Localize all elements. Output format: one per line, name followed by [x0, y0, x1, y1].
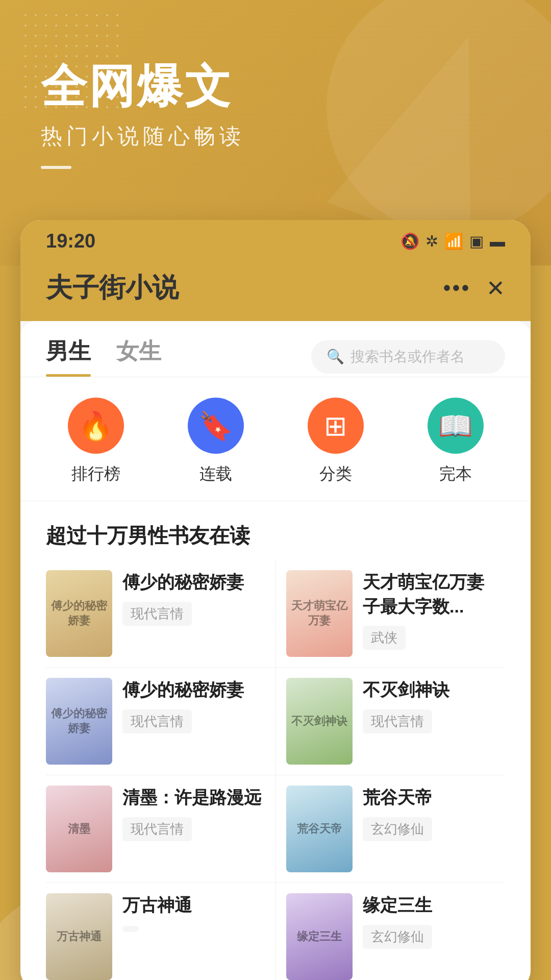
search-input[interactable]: 搜索书名或作者名: [350, 347, 465, 366]
book-item-6[interactable]: 万古神通 万古神通: [46, 883, 276, 980]
book-title-4: 清墨：许是路漫远: [122, 786, 265, 810]
book-item-2[interactable]: 傅少的秘密娇妻 傅少的秘密娇妻 现代言情: [46, 668, 276, 775]
book-info-5: 荒谷天帝 玄幻修仙: [363, 786, 495, 841]
serial-label: 连载: [199, 463, 232, 485]
hero-subtitle: 热门小说随心畅读: [41, 122, 510, 151]
search-box[interactable]: 🔍 搜索书名或作者名: [311, 340, 505, 374]
rankings-label: 排行榜: [71, 463, 120, 485]
book-genre-7: 玄幻修仙: [363, 925, 432, 949]
book-title-3: 不灭剑神诀: [363, 678, 495, 702]
book-title-2: 傅少的秘密娇妻: [122, 678, 265, 702]
book-cover-3: 不灭剑神诀: [286, 678, 353, 765]
hero-title: 全网爆文: [41, 61, 510, 112]
serial-icon: 🔖: [188, 398, 244, 454]
mute-icon: 🔕: [400, 232, 419, 250]
header-actions: ••• ✕: [443, 275, 505, 301]
category-complete[interactable]: 📖 完本: [428, 398, 484, 485]
category-rankings[interactable]: 🔥 排行榜: [68, 398, 124, 485]
book-item-3[interactable]: 不灭剑神诀 不灭剑神诀 现代言情: [276, 668, 505, 775]
book-cover-2: 傅少的秘密娇妻: [46, 678, 112, 765]
app-header: 夫子街小说 ••• ✕: [20, 260, 531, 321]
section-title: 超过十万男性书友在读: [20, 501, 531, 560]
complete-icon: 📖: [428, 398, 484, 454]
book-cover-6: 万古神通: [46, 893, 112, 980]
book-genre-6: [122, 926, 139, 932]
book-cover-5: 荒谷天帝: [286, 786, 353, 872]
bluetooth-icon: ✲: [425, 232, 438, 250]
close-button[interactable]: ✕: [486, 275, 505, 301]
app-card: 19:20 🔕 ✲ 📶 ▣ ▬ 夫子街小说 ••• ✕ 男生 女生 🔍: [20, 220, 531, 980]
tab-male[interactable]: 男生: [46, 336, 91, 377]
book-genre-4: 现代言情: [122, 817, 192, 841]
book-title-0: 傅少的秘密娇妻: [122, 570, 265, 595]
book-info-7: 缘定三生 玄幻修仙: [363, 893, 495, 949]
book-genre-3: 现代言情: [363, 709, 432, 733]
book-item-7[interactable]: 缘定三生 缘定三生 玄幻修仙: [276, 883, 505, 980]
book-info-6: 万古神通: [122, 893, 265, 934]
book-item-1[interactable]: 天才萌宝亿万妻 天才萌宝亿万妻子最大字数... 武侠: [276, 560, 505, 668]
book-title-6: 万古神通: [122, 893, 265, 918]
book-genre-0: 现代言情: [122, 602, 192, 626]
book-cover-1: 天才萌宝亿万妻: [286, 570, 353, 657]
status-bar: 19:20 🔕 ✲ 📶 ▣ ▬: [20, 220, 531, 260]
categories-section: 🔥 排行榜 🔖 连载 ⊞ 分类 📖 完本: [20, 377, 531, 501]
status-time: 19:20: [46, 230, 95, 252]
hero-section: 全网爆文 热门小说随心畅读: [0, 0, 551, 200]
category-genres[interactable]: ⊞ 分类: [308, 398, 364, 485]
book-list: 傅少的秘密娇妻 傅少的秘密娇妻 现代言情 天才萌宝亿万妻 天才萌宝亿万妻子最大字…: [20, 560, 531, 980]
tab-female[interactable]: 女生: [116, 336, 161, 377]
tabs-bar: 男生 女生 🔍 搜索书名或作者名: [20, 321, 531, 377]
signal-icon: ▣: [469, 232, 484, 250]
book-title-1: 天才萌宝亿万妻子最大字数...: [363, 570, 495, 619]
hero-divider: [41, 166, 71, 169]
book-genre-2: 现代言情: [122, 709, 192, 733]
book-info-3: 不灭剑神诀 现代言情: [363, 678, 495, 733]
book-info-1: 天才萌宝亿万妻子最大字数... 武侠: [363, 570, 495, 650]
book-genre-5: 玄幻修仙: [363, 817, 432, 841]
book-cover-4: 清墨: [46, 786, 112, 872]
search-icon: 🔍: [327, 348, 344, 365]
main-content: 男生 女生 🔍 搜索书名或作者名 🔥 排行榜 🔖 连载: [20, 321, 531, 980]
book-item-0[interactable]: 傅少的秘密娇妻 傅少的秘密娇妻 现代言情: [46, 560, 276, 668]
book-cover-0: 傅少的秘密娇妻: [46, 570, 112, 657]
book-title-5: 荒谷天帝: [363, 786, 495, 810]
book-info-2: 傅少的秘密娇妻 现代言情: [122, 678, 265, 733]
app-title: 夫子街小说: [46, 270, 179, 306]
battery-icon: ▬: [490, 233, 505, 250]
more-options-button[interactable]: •••: [443, 277, 471, 300]
category-serial[interactable]: 🔖 连载: [188, 398, 244, 485]
genres-label: 分类: [319, 463, 352, 485]
complete-label: 完本: [439, 463, 472, 485]
book-genre-1: 武侠: [363, 626, 406, 650]
book-cover-7: 缘定三生: [286, 893, 353, 980]
genres-icon: ⊞: [308, 398, 364, 454]
book-item-4[interactable]: 清墨 清墨：许是路漫远 现代言情: [46, 775, 276, 883]
book-info-4: 清墨：许是路漫远 现代言情: [122, 786, 265, 841]
wifi-icon: 📶: [444, 232, 463, 250]
status-icons: 🔕 ✲ 📶 ▣ ▬: [400, 232, 505, 250]
book-info-0: 傅少的秘密娇妻 现代言情: [122, 570, 265, 626]
rankings-icon: 🔥: [68, 398, 124, 454]
book-item-5[interactable]: 荒谷天帝 荒谷天帝 玄幻修仙: [276, 775, 505, 883]
book-title-7: 缘定三生: [363, 893, 495, 918]
